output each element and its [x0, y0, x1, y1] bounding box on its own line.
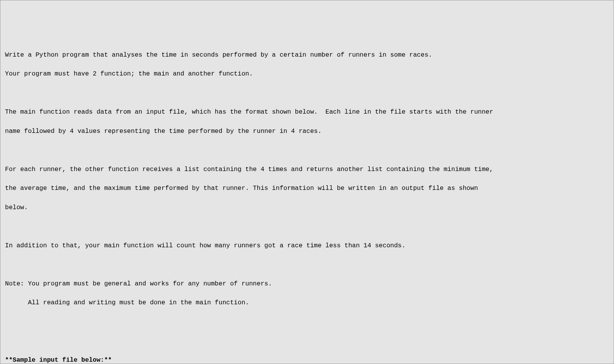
blank-line [5, 146, 609, 155]
sample-input-header: **Sample input file below:** [5, 356, 609, 364]
blank-line [5, 317, 609, 327]
instruction-line: In addition to that, your main function … [5, 241, 609, 251]
blank-line [5, 336, 609, 346]
instruction-line: The main function reads data from an inp… [5, 107, 609, 117]
instruction-line: below. [5, 203, 609, 213]
instruction-line: the average time, and the maximum time p… [5, 184, 609, 193]
document-body: Write a Python program that analyses the… [5, 41, 609, 364]
note-line: All reading and writing must be done in … [5, 298, 609, 308]
note-line: Note: You program must be general and wo… [5, 279, 609, 289]
instruction-line: Your program must have 2 function; the m… [5, 69, 609, 79]
instruction-line: Write a Python program that analyses the… [5, 50, 609, 60]
blank-line [5, 89, 609, 98]
blank-line [5, 260, 609, 270]
instruction-line: For each runner, the other function rece… [5, 165, 609, 174]
blank-line [5, 222, 609, 231]
instruction-line: name followed by 4 values representing t… [5, 127, 609, 136]
